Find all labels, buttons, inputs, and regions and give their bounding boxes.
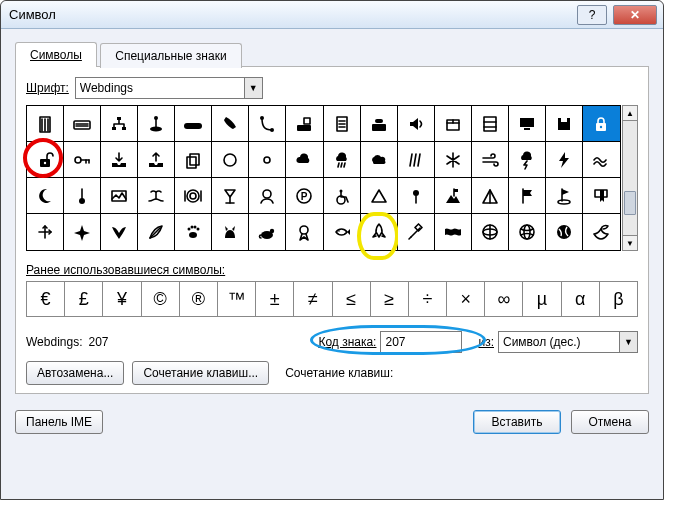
symbol-cell-pushpin[interactable] xyxy=(398,178,435,214)
recent-symbol-cell[interactable]: © xyxy=(142,282,180,316)
symbol-cell-tent[interactable] xyxy=(472,178,509,214)
symbol-cell-landscape[interactable] xyxy=(101,178,138,214)
symbol-cell-clouds-rain[interactable] xyxy=(324,142,361,178)
symbol-cell-globe-3[interactable] xyxy=(546,214,583,250)
symbol-cell-cocktail-glass[interactable] xyxy=(212,178,249,214)
symbol-cell-clouds[interactable] xyxy=(286,142,323,178)
recent-symbol-cell[interactable]: £ xyxy=(65,282,103,316)
symbol-cell-storm[interactable] xyxy=(509,142,546,178)
symbol-cell-airplane[interactable] xyxy=(64,214,101,250)
symbol-cell-dinner-plate[interactable] xyxy=(175,178,212,214)
symbol-cell-wind[interactable] xyxy=(472,142,509,178)
recent-symbol-cell[interactable]: ¥ xyxy=(103,282,141,316)
tab-special-chars[interactable]: Специальные знаки xyxy=(100,43,241,68)
recent-symbol-cell[interactable]: ≥ xyxy=(371,282,409,316)
font-input[interactable] xyxy=(76,78,244,98)
symbol-cell-building[interactable] xyxy=(27,106,64,142)
recent-symbol-cell[interactable]: × xyxy=(447,282,485,316)
scroll-down-button[interactable]: ▼ xyxy=(623,235,637,250)
symbol-cell-cat[interactable] xyxy=(212,214,249,250)
symbol-cell-computer[interactable] xyxy=(509,106,546,142)
symbol-cell-wheelchair[interactable] xyxy=(324,178,361,214)
tab-symbols[interactable]: Символы xyxy=(15,42,97,67)
symbol-cell-mountain-flag[interactable] xyxy=(435,178,472,214)
symbol-cell-key-old[interactable] xyxy=(64,142,101,178)
autocorrect-button[interactable]: Автозамена... xyxy=(26,361,124,385)
symbol-cell-network[interactable] xyxy=(101,106,138,142)
font-combo[interactable]: ▼ xyxy=(75,77,263,99)
symbol-cell-padlock[interactable] xyxy=(583,106,620,142)
recent-symbol-cell[interactable]: ® xyxy=(180,282,218,316)
symbol-cell-golf-flag[interactable] xyxy=(546,178,583,214)
shortcut-key-button[interactable]: Сочетание клавиш... xyxy=(132,361,269,385)
symbol-cell-phone-handset[interactable] xyxy=(212,106,249,142)
symbol-cell-keyboard[interactable] xyxy=(64,106,101,142)
symbol-cell-package[interactable] xyxy=(435,106,472,142)
recent-symbol-cell[interactable]: ÷ xyxy=(409,282,447,316)
symbol-cell-dog[interactable] xyxy=(249,214,286,250)
symbol-cell-joystick[interactable] xyxy=(138,106,175,142)
symbol-cell-bird-dive[interactable] xyxy=(101,214,138,250)
symbol-cell-dove[interactable] xyxy=(583,214,620,250)
symbol-cell-page[interactable] xyxy=(324,106,361,142)
help-button[interactable]: ? xyxy=(577,5,607,25)
symbol-cell-inbox[interactable] xyxy=(101,142,138,178)
symbol-cell-paw-print[interactable] xyxy=(175,214,212,250)
symbol-cell-triangle-up[interactable] xyxy=(361,178,398,214)
symbol-cell-save-disk[interactable] xyxy=(546,106,583,142)
symbol-cell-fish[interactable] xyxy=(324,214,361,250)
recent-symbol-cell[interactable]: ± xyxy=(256,282,294,316)
symbol-cell-pages-stack[interactable] xyxy=(175,142,212,178)
symbol-cell-bookmark[interactable] xyxy=(583,178,620,214)
font-combo-button[interactable]: ▼ xyxy=(244,78,262,98)
recent-symbol-cell[interactable]: µ xyxy=(523,282,561,316)
symbol-cell-rain[interactable] xyxy=(398,142,435,178)
from-combo-button[interactable]: ▼ xyxy=(619,332,637,352)
recent-symbol-cell[interactable]: ™ xyxy=(218,282,256,316)
symbol-cell-phone-hook[interactable] xyxy=(249,106,286,142)
symbol-cell-bookcase[interactable] xyxy=(472,106,509,142)
from-combo[interactable]: ▼ xyxy=(498,331,638,353)
ime-panel-button[interactable]: Панель IME xyxy=(15,410,103,434)
symbol-cell-circle[interactable] xyxy=(212,142,249,178)
symbol-cell-moon[interactable] xyxy=(27,178,64,214)
symbol-cell-fax[interactable] xyxy=(286,106,323,142)
char-code-input[interactable] xyxy=(380,331,462,353)
symbol-cell-flag[interactable] xyxy=(509,178,546,214)
symbol-cell-globe-2[interactable] xyxy=(509,214,546,250)
recent-symbol-cell[interactable]: ≠ xyxy=(294,282,332,316)
symbol-cell-globe-1[interactable] xyxy=(472,214,509,250)
grid-scrollbar[interactable]: ▲ ▼ xyxy=(622,105,638,251)
symbol-cell-award[interactable] xyxy=(286,214,323,250)
symbol-cell-phone-desk[interactable] xyxy=(361,106,398,142)
recent-symbol-cell[interactable]: € xyxy=(27,282,65,316)
symbol-cell-speaker[interactable] xyxy=(398,106,435,142)
symbol-cell-dining[interactable] xyxy=(249,178,286,214)
scroll-track[interactable] xyxy=(623,121,637,235)
recent-symbol-cell[interactable]: ∞ xyxy=(485,282,523,316)
symbol-cell-padlock-open[interactable] xyxy=(27,142,64,178)
symbol-cell-circle-small[interactable] xyxy=(249,142,286,178)
symbol-cell-island[interactable] xyxy=(138,178,175,214)
symbol-cell-feather[interactable] xyxy=(138,214,175,250)
symbol-cell-clouds-heavy[interactable] xyxy=(361,142,398,178)
symbol-cell-syringe[interactable] xyxy=(398,214,435,250)
from-input[interactable] xyxy=(499,332,619,352)
symbol-cell-thermometer[interactable] xyxy=(64,178,101,214)
recent-symbol-cell[interactable]: β xyxy=(600,282,637,316)
symbol-cell-wave[interactable] xyxy=(583,142,620,178)
cancel-button[interactable]: Отмена xyxy=(571,410,649,434)
recent-symbol-cell[interactable]: ≤ xyxy=(333,282,371,316)
symbol-cell-snow[interactable] xyxy=(435,142,472,178)
close-button[interactable]: ✕ xyxy=(613,5,657,25)
symbol-cell-gamepad[interactable] xyxy=(175,106,212,142)
recent-symbol-cell[interactable]: α xyxy=(562,282,600,316)
scroll-up-button[interactable]: ▲ xyxy=(623,106,637,121)
symbol-cell-world-map[interactable] xyxy=(435,214,472,250)
insert-button[interactable]: Вставить xyxy=(473,410,561,434)
scroll-thumb[interactable] xyxy=(624,191,636,215)
symbol-cell-parking[interactable]: P xyxy=(286,178,323,214)
symbol-cell-axes[interactable] xyxy=(27,214,64,250)
symbol-cell-rocket[interactable] xyxy=(361,214,398,250)
symbol-cell-lightning[interactable] xyxy=(546,142,583,178)
